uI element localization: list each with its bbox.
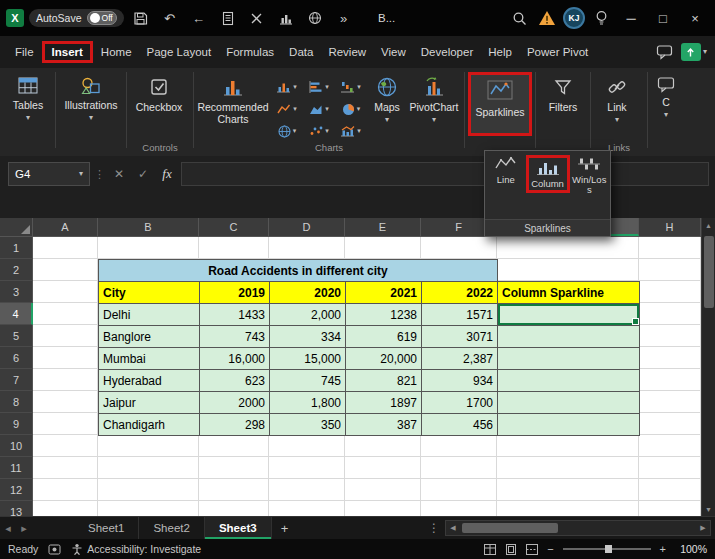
page-layout-view-button[interactable] bbox=[505, 544, 517, 555]
sparkline-column-item[interactable]: Column bbox=[530, 159, 566, 189]
empty-cell[interactable] bbox=[498, 260, 640, 282]
recommended-charts-button[interactable]: Recommended Charts bbox=[197, 72, 269, 127]
cell-D11[interactable] bbox=[269, 457, 345, 479]
zoom-level[interactable]: 100% bbox=[675, 543, 707, 555]
table-cell[interactable]: 619 bbox=[346, 326, 422, 348]
cell-E12[interactable] bbox=[345, 479, 421, 501]
select-all-corner[interactable] bbox=[0, 218, 33, 236]
row-header-10[interactable]: 10 bbox=[0, 435, 33, 457]
prev-sheet-icon[interactable]: ◂ bbox=[0, 522, 16, 535]
cell-F13[interactable] bbox=[421, 501, 497, 516]
accessibility-status[interactable]: Accessibility: Investigate bbox=[71, 543, 201, 555]
table-cell[interactable]: Banglore bbox=[99, 326, 200, 348]
row-header-8[interactable]: 8 bbox=[0, 391, 33, 413]
table-cell[interactable]: 934 bbox=[422, 370, 498, 392]
scroll-down-icon[interactable]: ▼ bbox=[702, 502, 715, 516]
cell-A8[interactable] bbox=[33, 391, 98, 413]
cell-A4[interactable] bbox=[33, 303, 98, 325]
table-cell[interactable]: 16,000 bbox=[200, 348, 270, 370]
cell-A7[interactable] bbox=[33, 369, 98, 391]
more-commands-button[interactable]: » bbox=[332, 5, 356, 31]
cell-H10[interactable] bbox=[639, 435, 701, 457]
table-header-cell[interactable]: City bbox=[99, 282, 200, 304]
autosave-switch[interactable]: Off bbox=[87, 11, 117, 25]
cell-G12[interactable] bbox=[497, 479, 639, 501]
ribbon-tab-view[interactable]: View bbox=[374, 41, 413, 63]
formula-bar-grip-icon[interactable]: ⋮ bbox=[94, 168, 105, 181]
table-cell[interactable]: 1571 bbox=[422, 304, 498, 326]
column-header-A[interactable]: A bbox=[33, 218, 98, 236]
cancel-button[interactable]: ✕ bbox=[109, 167, 129, 181]
zoom-in-button[interactable]: + bbox=[660, 543, 666, 555]
cell-H5[interactable] bbox=[639, 325, 701, 347]
column-header-B[interactable]: B bbox=[98, 218, 199, 236]
table-cell[interactable]: 3071 bbox=[422, 326, 498, 348]
cell-H7[interactable] bbox=[639, 369, 701, 391]
table-cell[interactable]: Mumbai bbox=[99, 348, 200, 370]
cell-G11[interactable] bbox=[497, 457, 639, 479]
ribbon-tab-developer[interactable]: Developer bbox=[414, 41, 480, 63]
table-cell[interactable]: 745 bbox=[270, 370, 346, 392]
ribbon-tab-page-layout[interactable]: Page Layout bbox=[140, 41, 219, 63]
next-sheet-icon[interactable]: ▸ bbox=[16, 522, 32, 535]
cell-F12[interactable] bbox=[421, 479, 497, 501]
chart-button[interactable] bbox=[274, 5, 298, 31]
waterfall-chart-button[interactable]: ▾ bbox=[335, 76, 367, 98]
row-header-13[interactable]: 13 bbox=[0, 501, 33, 516]
table-title-cell[interactable]: Road Accidents in different city bbox=[99, 260, 498, 282]
table-header-cell[interactable]: Column Sparkline bbox=[498, 282, 640, 304]
horizontal-scrollbar[interactable]: ◀ ▶ bbox=[445, 520, 711, 536]
comment-ribbon-button[interactable]: C ▾ bbox=[651, 72, 681, 121]
table-cell[interactable]: 2000 bbox=[200, 392, 270, 414]
sheet-tab-sheet1[interactable]: Sheet1 bbox=[74, 517, 139, 539]
line-chart-button[interactable]: ▾ bbox=[271, 98, 303, 120]
vertical-scrollbar[interactable]: ▲ ▼ bbox=[701, 218, 715, 516]
name-box[interactable]: G4 ▾ bbox=[8, 162, 90, 186]
table-cell[interactable]: 298 bbox=[200, 414, 270, 436]
sparkline-cell[interactable] bbox=[498, 348, 640, 370]
close-button[interactable]: × bbox=[681, 3, 709, 33]
cell-H1[interactable] bbox=[639, 237, 701, 259]
cell-C1[interactable] bbox=[199, 237, 269, 259]
cell-A10[interactable] bbox=[33, 435, 98, 457]
cell-G1[interactable] bbox=[497, 237, 639, 259]
row-header-1[interactable]: 1 bbox=[0, 237, 33, 259]
table-cell[interactable]: Delhi bbox=[99, 304, 200, 326]
cell-F1[interactable] bbox=[421, 237, 497, 259]
sparkline-cell[interactable] bbox=[498, 414, 640, 436]
ribbon-tab-insert[interactable]: Insert bbox=[42, 41, 93, 63]
cell-A9[interactable] bbox=[33, 413, 98, 435]
minimize-button[interactable]: ─ bbox=[617, 3, 645, 33]
table-cell[interactable]: 350 bbox=[270, 414, 346, 436]
ribbon-tab-home[interactable]: Home bbox=[94, 41, 139, 63]
sheet-tab-sheet3[interactable]: Sheet3 bbox=[205, 517, 272, 539]
column-header-C[interactable]: C bbox=[199, 218, 269, 236]
sparkline-cell[interactable] bbox=[498, 326, 640, 348]
table-cell[interactable]: 15,000 bbox=[270, 348, 346, 370]
cell-A12[interactable] bbox=[33, 479, 98, 501]
cell-B13[interactable] bbox=[98, 501, 199, 516]
cell-E1[interactable] bbox=[345, 237, 421, 259]
alerts-button[interactable] bbox=[535, 5, 559, 31]
share-button[interactable]: ▾ bbox=[681, 43, 707, 61]
zoom-slider[interactable] bbox=[563, 548, 651, 550]
cell-D12[interactable] bbox=[269, 479, 345, 501]
row-header-4[interactable]: 4 bbox=[0, 303, 33, 325]
vertical-scrollbar-thumb[interactable] bbox=[704, 236, 714, 308]
maps-button[interactable]: Maps ▾ bbox=[369, 72, 405, 126]
sparkline-line-item[interactable]: Line bbox=[488, 155, 524, 185]
cell-E11[interactable] bbox=[345, 457, 421, 479]
cell-B12[interactable] bbox=[98, 479, 199, 501]
cell-E10[interactable] bbox=[345, 435, 421, 457]
cell-C12[interactable] bbox=[199, 479, 269, 501]
table-cell[interactable]: 2,000 bbox=[270, 304, 346, 326]
cell-F11[interactable] bbox=[421, 457, 497, 479]
cell-G10[interactable] bbox=[497, 435, 639, 457]
table-cell[interactable]: 623 bbox=[200, 370, 270, 392]
table-header-cell[interactable]: 2020 bbox=[270, 282, 346, 304]
row-header-11[interactable]: 11 bbox=[0, 457, 33, 479]
cell-B11[interactable] bbox=[98, 457, 199, 479]
cell-H6[interactable] bbox=[639, 347, 701, 369]
zoom-out-button[interactable]: − bbox=[547, 543, 553, 555]
ribbon-tab-help[interactable]: Help bbox=[481, 41, 519, 63]
